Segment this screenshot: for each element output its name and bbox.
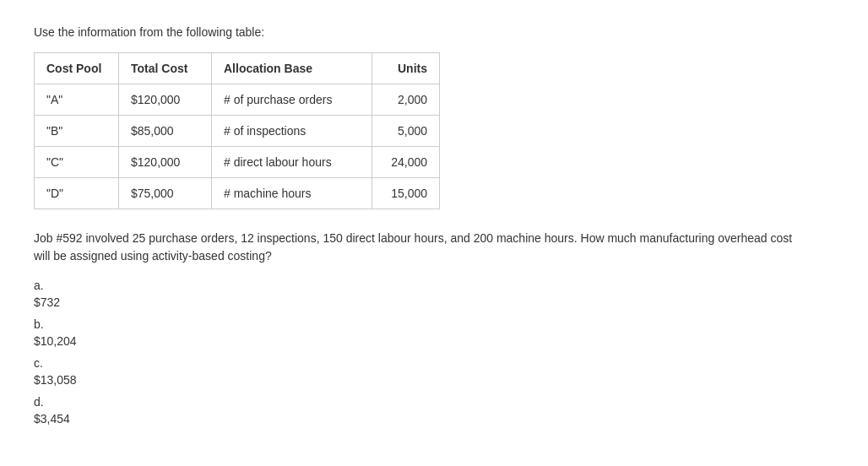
cell-base: # of inspections	[212, 116, 372, 147]
option-value-a: $732	[34, 295, 834, 309]
option-value-b: $10,204	[34, 334, 834, 348]
cell-cost: $120,000	[119, 84, 212, 116]
cell-units: 2,000	[372, 84, 440, 116]
table-row: "B"$85,000# of inspections5,000	[35, 116, 440, 147]
cell-pool: "C"	[35, 147, 119, 178]
table-row: "A"$120,000# of purchase orders2,000	[35, 84, 440, 116]
cell-cost: $75,000	[119, 178, 212, 209]
cell-base: # of purchase orders	[212, 84, 372, 116]
cell-pool: "B"	[35, 116, 119, 147]
cell-cost: $120,000	[119, 147, 212, 178]
cell-units: 5,000	[372, 116, 440, 147]
answer-options: a.$732b.$10,204c.$13,058d.$3,454	[34, 279, 834, 431]
table-row: "C"$120,000# direct labour hours24,000	[35, 147, 440, 178]
cell-units: 24,000	[372, 147, 440, 178]
cell-base: # direct labour hours	[212, 147, 372, 178]
cell-pool: "D"	[35, 178, 119, 209]
cell-base: # machine hours	[212, 178, 372, 209]
header-units: Units	[372, 53, 440, 84]
option-label-d: d.	[34, 395, 834, 409]
cell-pool: "A"	[35, 84, 119, 116]
table-row: "D"$75,000# machine hours15,000	[35, 178, 440, 209]
intro-text: Use the information from the following t…	[34, 25, 834, 39]
cell-cost: $85,000	[119, 116, 212, 147]
option-value-c: $13,058	[34, 373, 834, 387]
option-label-c: c.	[34, 356, 834, 370]
cell-units: 15,000	[372, 178, 440, 209]
header-total-cost: Total Cost	[119, 53, 212, 84]
option-label-b: b.	[34, 317, 834, 331]
option-label-a: a.	[34, 279, 834, 292]
header-allocation-base: Allocation Base	[212, 53, 372, 84]
cost-table: Cost Pool Total Cost Allocation Base Uni…	[34, 52, 440, 209]
header-cost-pool: Cost Pool	[35, 53, 119, 84]
option-value-d: $3,454	[34, 412, 834, 425]
question-text: Job #592 involved 25 purchase orders, 12…	[34, 230, 794, 265]
